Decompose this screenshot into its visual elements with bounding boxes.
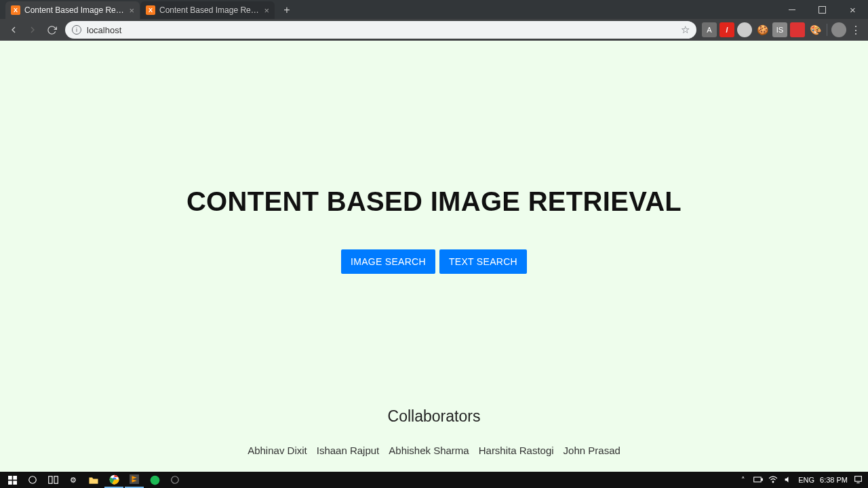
text-search-button[interactable]: TEXT SEARCH [439,249,527,274]
site-info-icon[interactable]: i [72,25,81,35]
url-input[interactable] [87,25,681,35]
svg-rect-5 [48,476,52,484]
image-search-button[interactable]: IMAGE SEARCH [341,249,435,274]
file-explorer-icon[interactable] [84,472,103,488]
svg-rect-3 [13,481,17,485]
svg-point-14 [772,481,774,483]
volume-icon[interactable] [783,475,793,485]
collaborator-name: Abhinav Dixit [248,445,307,456]
browser-menu-button[interactable]: ⋮ [848,24,864,37]
wifi-icon[interactable] [768,476,778,485]
svg-rect-6 [54,476,58,484]
cortana-icon[interactable] [23,472,42,488]
start-button[interactable] [3,472,22,488]
collaborator-name: Ishaan Rajput [317,445,380,456]
svg-point-11 [172,476,179,484]
extension-icon[interactable]: 🍪 [755,22,770,37]
svg-rect-2 [8,481,12,485]
extension-icon[interactable] [737,22,752,37]
extension-icon[interactable]: IS [772,22,787,37]
notifications-icon[interactable] [853,475,863,485]
browser-tab-inactive[interactable]: X Content Based Image Retrieval × [140,1,275,19]
collaborator-name: Abhishek Sharma [389,445,469,456]
forward-button[interactable] [23,20,42,39]
close-tab-icon[interactable]: × [264,5,269,16]
battery-icon[interactable] [753,476,763,484]
bookmark-star-icon[interactable]: ☆ [681,24,690,36]
tab-title: Content Based Image Retrieval [159,5,260,15]
collaborators-title: Collaborators [248,407,620,426]
system-tray: ˄ ENG 6:38 PM [738,475,865,485]
window-close-button[interactable]: × [837,0,868,19]
language-indicator[interactable]: ENG [798,476,814,484]
back-button[interactable] [4,20,23,39]
sublime-taskbar-icon[interactable] [125,472,144,488]
xampp-favicon: X [11,5,20,15]
new-tab-button[interactable]: + [278,1,296,19]
profile-avatar[interactable] [831,22,846,37]
xampp-favicon: X [146,5,155,15]
clock[interactable]: 6:38 PM [820,476,848,484]
extension-icon[interactable]: 🎨 [808,22,823,37]
window-minimize-button[interactable] [776,0,807,19]
reload-button[interactable] [42,20,61,39]
collaborators-section: Collaborators Abhinav Dixit Ishaan Rajpu… [248,407,620,456]
page-title: CONTENT BASED IMAGE RETRIEVAL [186,186,682,217]
windows-taskbar: ⚙ ˄ ENG 6:38 PM [0,472,868,488]
page-content: CONTENT BASED IMAGE RETRIEVAL IMAGE SEAR… [0,41,868,472]
svg-rect-0 [8,476,12,480]
tab-title: Content Based Image Retrieval [24,5,125,15]
address-bar[interactable]: i ☆ [65,21,696,39]
svg-rect-15 [854,476,861,481]
app-taskbar-icon[interactable] [165,472,184,488]
svg-rect-13 [762,479,762,481]
svg-rect-9 [130,474,139,484]
extension-icon[interactable] [790,22,805,37]
browser-tab-active[interactable]: X Content Based Image Retrieval × [5,1,140,19]
svg-rect-12 [754,477,762,482]
svg-point-10 [150,475,159,485]
extension-icon[interactable]: A [702,22,717,37]
search-buttons-row: IMAGE SEARCH TEXT SEARCH [341,249,527,274]
close-tab-icon[interactable]: × [129,5,134,16]
window-maximize-button[interactable] [807,0,837,19]
tray-chevron-icon[interactable]: ˄ [738,476,748,485]
browser-tabstrip: X Content Based Image Retrieval × X Cont… [0,0,868,19]
collaborator-name: Harshita Rastogi [479,445,554,456]
task-view-icon[interactable] [43,472,62,488]
svg-rect-1 [13,476,17,480]
settings-taskbar-icon[interactable]: ⚙ [64,472,83,488]
svg-point-4 [29,476,37,484]
extension-icon[interactable]: / [719,22,734,37]
browser-toolbar: i ☆ A / 🍪 IS 🎨 ⋮ [0,19,868,41]
collaborators-list: Abhinav Dixit Ishaan Rajput Abhishek Sha… [248,445,620,456]
window-controls: × [776,0,868,19]
chrome-taskbar-icon[interactable] [104,472,123,488]
collaborator-name: John Prasad [564,445,620,456]
spotify-taskbar-icon[interactable] [145,472,164,488]
separator [827,24,827,36]
